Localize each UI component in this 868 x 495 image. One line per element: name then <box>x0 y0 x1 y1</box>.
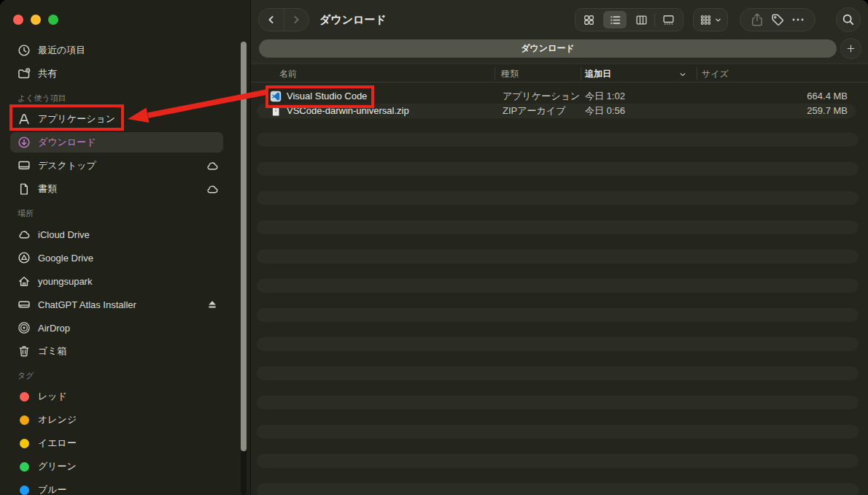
sidebar-item-label: ダウンロード <box>38 136 96 149</box>
sidebar-item-airdrop[interactable]: AirDrop <box>0 316 241 339</box>
empty-row-stripe <box>257 250 859 264</box>
grid-icon <box>583 14 595 26</box>
forward-button[interactable] <box>284 9 309 31</box>
minimize-window-button[interactable] <box>31 15 41 25</box>
sidebar-item-label: ゴミ箱 <box>38 345 67 358</box>
more-button[interactable] <box>791 12 805 27</box>
download-icon <box>18 136 31 149</box>
empty-row-stripe <box>257 425 859 439</box>
file-kind: ZIPアーカイブ <box>503 104 565 118</box>
desktop-icon <box>18 159 31 172</box>
column-view-button[interactable] <box>628 9 654 31</box>
file-row-2[interactable]: VSCode-darwin-universal.zipZIPアーカイブ今日 0:… <box>257 104 856 118</box>
sidebar-item-chatgpt-atlas-installer[interactable]: ChatGPT Atlas Installer <box>0 293 241 316</box>
tag-orange-dot <box>20 415 29 425</box>
search-icon <box>842 13 855 26</box>
cloud-status-icon <box>206 183 219 196</box>
column-divider[interactable] <box>495 67 495 80</box>
sidebar-item-label: アプリケーション <box>38 112 115 126</box>
sidebar-item-label: オレンジ <box>38 413 77 426</box>
cloud-icon <box>18 228 31 241</box>
share-button[interactable] <box>750 12 764 27</box>
sidebar-item-label: デスクトップ <box>38 159 96 172</box>
sort-direction-icon <box>678 70 687 79</box>
gallery-view-button[interactable] <box>655 9 681 31</box>
group-icon <box>700 14 712 26</box>
trash-icon <box>18 345 31 358</box>
sidebar-item-icloud-drive[interactable]: iCloud Drive <box>0 223 241 246</box>
column-header-size[interactable]: サイズ <box>702 68 729 80</box>
sidebar-item-tag-green[interactable]: グリーン <box>0 455 241 478</box>
sidebar-item-recent-items[interactable]: 最近の項目 <box>0 39 241 62</box>
shared-folder-icon <box>18 67 31 80</box>
empty-row-stripe <box>257 308 859 322</box>
external-disk-icon <box>18 298 31 311</box>
icon-view-button[interactable] <box>576 9 602 31</box>
sidebar-item-label: 最近の項目 <box>38 44 85 57</box>
sidebar-item-tag-orange[interactable]: オレンジ <box>0 408 241 431</box>
sidebar-item-tag-red[interactable]: レッド <box>0 385 241 408</box>
sidebar-item-trash[interactable]: ゴミ箱 <box>0 339 241 363</box>
clock-icon <box>18 44 31 57</box>
sidebar-item-downloads[interactable]: ダウンロード <box>0 131 241 154</box>
empty-row-stripe <box>257 162 859 176</box>
gallery-icon <box>662 14 675 26</box>
file-kind: アプリケーション <box>503 89 580 104</box>
cloud-status-icon <box>206 159 219 172</box>
empty-row-stripe <box>257 454 859 468</box>
column-header-name[interactable]: 名前 <box>279 68 297 80</box>
sidebar-section-header: よく使う項目 <box>0 85 241 107</box>
tag-red-dot <box>20 392 29 402</box>
sidebar-scrollbar-thumb[interactable] <box>241 42 247 451</box>
sidebar-item-label: イエロー <box>38 437 77 450</box>
group-by-button[interactable] <box>693 8 728 31</box>
sidebar: 最近の項目共有よく使う項目アプリケーションダウンロードデスクトップ書類場所iCl… <box>0 0 251 495</box>
sidebar-item-shared[interactable]: 共有 <box>0 62 241 85</box>
file-size: 259.7 MB <box>807 104 848 118</box>
tab-downloads[interactable]: ダウンロード <box>259 39 837 58</box>
list-view-button[interactable] <box>602 9 628 31</box>
tag-icon <box>770 12 785 27</box>
sidebar-section-header: タグ <box>0 363 241 385</box>
empty-row-stripe <box>257 279 859 293</box>
toolbar-actions <box>740 8 815 31</box>
file-name: Visual Studio Code <box>287 89 367 104</box>
sidebar-item-google-drive[interactable]: Google Drive <box>0 246 241 269</box>
empty-row-stripe <box>257 337 859 351</box>
chevron-right-icon <box>290 14 302 26</box>
vscode-app-icon <box>270 91 282 102</box>
window-title: ダウンロード <box>319 13 387 27</box>
sidebar-item-label: Google Drive <box>38 253 93 264</box>
eject-icon <box>206 298 219 311</box>
sidebar-item-desktop[interactable]: デスクトップ <box>0 154 241 177</box>
sidebar-item-tag-blue[interactable]: ブルー <box>0 478 241 495</box>
column-divider[interactable] <box>697 67 697 80</box>
sidebar-item-label: グリーン <box>38 460 77 473</box>
column-header-date-added[interactable]: 追加日 <box>585 68 611 80</box>
empty-row-stripe <box>257 367 859 380</box>
zoom-window-button[interactable] <box>48 15 58 25</box>
share-icon <box>750 12 764 27</box>
columns-icon <box>635 14 648 26</box>
column-header-kind[interactable]: 種類 <box>501 68 519 80</box>
back-button[interactable] <box>259 9 284 31</box>
finder-window: 最近の項目共有よく使う項目アプリケーションダウンロードデスクトップ書類場所iCl… <box>0 0 868 495</box>
close-window-button[interactable] <box>13 15 23 25</box>
file-date-added: 今日 1:02 <box>585 89 625 104</box>
sidebar-item-label: iCloud Drive <box>38 229 90 240</box>
column-divider[interactable] <box>581 67 581 80</box>
search-button[interactable] <box>836 7 861 32</box>
new-tab-button[interactable] <box>840 38 861 59</box>
sidebar-item-label: youngsupark <box>38 276 92 287</box>
sidebar-item-documents[interactable]: 書類 <box>0 177 241 201</box>
tag-green-dot <box>20 462 29 472</box>
file-row-1[interactable]: Visual Studio Codeアプリケーション今日 1:02664.4 M… <box>257 89 856 104</box>
tag-blue-dot <box>20 486 29 495</box>
sidebar-item-applications[interactable]: アプリケーション <box>0 107 241 131</box>
sidebar-item-tag-yellow[interactable]: イエロー <box>0 431 241 455</box>
ellipsis-icon <box>791 12 805 27</box>
sidebar-item-label: ブルー <box>38 483 67 495</box>
tags-button[interactable] <box>770 12 785 27</box>
view-mode-switcher <box>575 8 683 31</box>
sidebar-item-youngsupark[interactable]: youngsupark <box>0 269 241 293</box>
